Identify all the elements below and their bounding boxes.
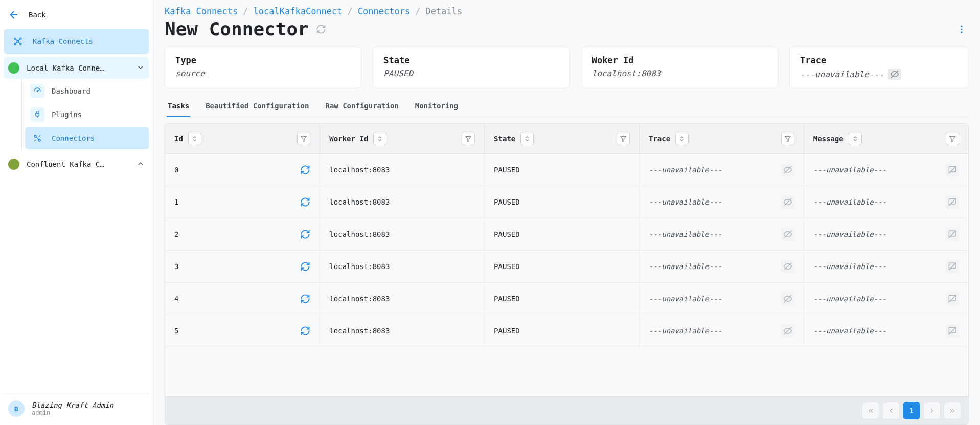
restart-icon[interactable] bbox=[300, 294, 310, 304]
gauge-icon bbox=[30, 84, 44, 98]
restart-icon[interactable] bbox=[300, 197, 310, 207]
cell-state: PAUSED bbox=[494, 262, 520, 271]
more-menu-button[interactable] bbox=[954, 22, 969, 36]
connector-icon bbox=[30, 131, 44, 145]
breadcrumb-link[interactable]: localKafkaConnect bbox=[254, 6, 343, 16]
message-off-icon[interactable] bbox=[946, 324, 959, 338]
restart-icon[interactable] bbox=[300, 261, 310, 272]
svg-marker-18 bbox=[466, 136, 471, 142]
cell-state: PAUSED bbox=[494, 230, 520, 238]
sort-button[interactable] bbox=[188, 132, 201, 145]
breadcrumb-link[interactable]: Kafka Connects bbox=[165, 6, 238, 16]
svg-line-29 bbox=[949, 263, 956, 270]
eye-off-icon[interactable] bbox=[781, 324, 794, 338]
filter-button[interactable] bbox=[946, 132, 959, 145]
eye-off-icon[interactable] bbox=[781, 163, 794, 176]
message-off-icon[interactable] bbox=[946, 260, 959, 273]
sidebar-item-kafka-connects[interactable]: Kafka Connects bbox=[4, 29, 149, 54]
sidebar-item-connectors[interactable]: Connectors bbox=[25, 127, 149, 149]
restart-icon[interactable] bbox=[300, 229, 310, 239]
cell-id: 1 bbox=[174, 198, 178, 206]
cell-trace: ---unavailable--- bbox=[649, 327, 722, 335]
card-type: Type source bbox=[165, 47, 361, 88]
table-row[interactable]: 1localhost:8083PAUSED---unavailable-----… bbox=[165, 186, 968, 218]
column-header: Trace bbox=[649, 135, 670, 143]
eye-off-icon[interactable] bbox=[888, 69, 901, 80]
refresh-icon[interactable] bbox=[316, 24, 326, 34]
page-next-button[interactable] bbox=[923, 402, 941, 419]
eye-off-icon[interactable] bbox=[781, 260, 794, 273]
restart-icon[interactable] bbox=[300, 165, 310, 175]
status-dot-icon bbox=[8, 62, 19, 74]
cluster-item-confluent[interactable]: Confluent Kafka C… bbox=[4, 153, 149, 175]
page-first-button[interactable] bbox=[862, 402, 879, 419]
sort-button[interactable] bbox=[373, 132, 386, 145]
table-row[interactable]: 5localhost:8083PAUSED---unavailable-----… bbox=[165, 315, 968, 347]
svg-line-23 bbox=[949, 166, 956, 173]
eye-off-icon[interactable] bbox=[781, 292, 794, 305]
svg-marker-19 bbox=[621, 136, 626, 142]
svg-line-25 bbox=[949, 198, 956, 206]
svg-line-7 bbox=[19, 39, 20, 41]
user-footer[interactable]: B Blazing Kraft Admin admin bbox=[4, 393, 149, 421]
sidebar-item-label: Plugins bbox=[52, 110, 82, 119]
message-off-icon[interactable] bbox=[946, 292, 959, 305]
tabs: Tasks Beautified Configuration Raw Confi… bbox=[165, 97, 969, 117]
filter-button[interactable] bbox=[617, 132, 630, 145]
eye-off-icon[interactable] bbox=[781, 195, 794, 209]
column-header: State bbox=[494, 135, 515, 143]
restart-icon[interactable] bbox=[300, 326, 310, 336]
message-off-icon[interactable] bbox=[946, 195, 959, 209]
user-role: admin bbox=[32, 409, 113, 416]
cell-worker: localhost:8083 bbox=[329, 327, 390, 335]
page-last-button[interactable] bbox=[944, 402, 961, 419]
svg-line-9 bbox=[19, 42, 20, 44]
back-button[interactable]: Back bbox=[4, 4, 149, 26]
page-prev-button[interactable] bbox=[882, 402, 900, 419]
breadcrumb-link[interactable]: Connectors bbox=[358, 6, 410, 16]
cell-state: PAUSED bbox=[494, 198, 520, 206]
avatar: B bbox=[8, 400, 25, 417]
column-header: Message bbox=[813, 135, 844, 143]
cluster-item-local[interactable]: Local Kafka Conne… bbox=[4, 57, 149, 79]
tab-tasks[interactable]: Tasks bbox=[167, 97, 190, 117]
card-state: State PAUSED bbox=[373, 47, 569, 88]
message-off-icon[interactable] bbox=[946, 163, 959, 176]
cell-worker: localhost:8083 bbox=[329, 295, 390, 303]
main-content: Kafka Connects / localKafkaConnect / Con… bbox=[153, 0, 980, 425]
eye-off-icon[interactable] bbox=[781, 228, 794, 241]
cell-id: 0 bbox=[174, 166, 178, 174]
breadcrumb-current: Details bbox=[425, 6, 462, 16]
cell-worker: localhost:8083 bbox=[329, 230, 390, 238]
filter-button[interactable] bbox=[297, 132, 310, 145]
sort-button[interactable] bbox=[849, 132, 862, 145]
message-off-icon[interactable] bbox=[946, 228, 959, 241]
sidebar-item-plugins[interactable]: Plugins bbox=[25, 103, 149, 126]
table-row[interactable]: 4localhost:8083PAUSED---unavailable-----… bbox=[165, 283, 968, 315]
svg-line-6 bbox=[16, 39, 17, 41]
tab-monitoring[interactable]: Monitoring bbox=[414, 97, 459, 117]
cell-id: 5 bbox=[174, 327, 178, 335]
cell-state: PAUSED bbox=[494, 327, 520, 335]
tasks-table: Id Worker Id bbox=[165, 123, 969, 425]
filter-button[interactable] bbox=[781, 132, 794, 145]
card-worker-id: Woker Id localhost:8083 bbox=[581, 47, 778, 88]
page-number-button[interactable]: 1 bbox=[903, 402, 920, 419]
user-name: Blazing Kraft Admin bbox=[32, 401, 113, 409]
sort-button[interactable] bbox=[675, 132, 689, 145]
card-trace: Trace ---unavailable--- bbox=[789, 47, 969, 88]
back-label: Back bbox=[29, 11, 46, 19]
chevron-down-icon bbox=[136, 63, 145, 73]
tab-beautified-config[interactable]: Beautified Configuration bbox=[204, 97, 310, 117]
sort-button[interactable] bbox=[520, 132, 534, 145]
table-row[interactable]: 0localhost:8083PAUSED---unavailable-----… bbox=[165, 154, 968, 186]
table-row[interactable]: 3localhost:8083PAUSED---unavailable-----… bbox=[165, 251, 968, 283]
table-row[interactable]: 2localhost:8083PAUSED---unavailable-----… bbox=[165, 218, 968, 251]
page-title: New Connector bbox=[165, 18, 326, 39]
filter-button[interactable] bbox=[462, 132, 475, 145]
cell-id: 2 bbox=[174, 230, 178, 238]
sidebar-item-dashboard[interactable]: Dashboard bbox=[25, 80, 149, 102]
svg-point-13 bbox=[961, 25, 963, 27]
tab-raw-config[interactable]: Raw Configuration bbox=[324, 97, 399, 117]
cell-worker: localhost:8083 bbox=[329, 198, 390, 206]
